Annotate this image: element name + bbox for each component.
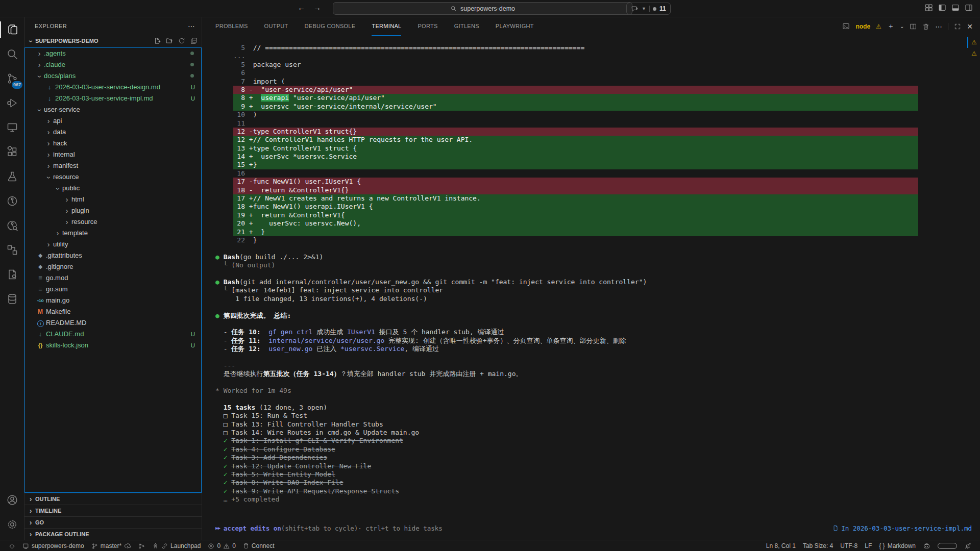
panel-tab-terminal[interactable]: TERMINAL — [372, 17, 401, 36]
grid-layout-icon[interactable] — [925, 4, 933, 12]
tree-item[interactable]: ›resource — [25, 216, 201, 228]
terminal-line: □ Task 13: Fill Controller Handler Stubs — [202, 420, 967, 429]
panel-tab-output[interactable]: OUTPUT — [264, 17, 288, 36]
toggle-panel-icon[interactable] — [951, 4, 960, 12]
tree-item-label: internal — [53, 149, 75, 160]
active-terminal-name[interactable]: node — [855, 23, 870, 30]
panel-tab-debug-console[interactable]: DEBUG CONSOLE — [305, 17, 356, 36]
panel-tab-ports[interactable]: PORTS — [418, 17, 437, 36]
tree-item[interactable]: ↓CLAUDE.mdU — [25, 329, 201, 340]
gitlens-icon[interactable] — [0, 189, 24, 213]
tree-item[interactable]: ›public — [25, 183, 201, 194]
extensions-icon[interactable] — [0, 140, 24, 164]
tree-item[interactable]: ◆.gitignore — [25, 261, 201, 272]
collapse-all-icon[interactable] — [190, 37, 198, 44]
tree-item[interactable]: ◆.gitattributes — [25, 250, 201, 261]
tree-item[interactable]: ›data — [25, 127, 201, 138]
search-icon[interactable] — [0, 42, 24, 66]
tree-item[interactable]: ›manifest — [25, 160, 201, 171]
sidebar-section-package-outline[interactable]: ›PACKAGE OUTLINE — [24, 528, 202, 540]
active-file-ref[interactable]: In 2026-03-03-user-service-impl.md — [832, 524, 972, 532]
toggle-sidebar-icon[interactable] — [938, 4, 946, 12]
terminal-tabs-strip[interactable]: ⚠⚠ — [967, 37, 980, 59]
run-debug-icon[interactable] — [0, 91, 24, 115]
indentation[interactable]: Tab Size: 4 — [799, 540, 837, 551]
panel-tab-playwright[interactable]: PLAYWRIGHT — [496, 17, 534, 36]
terminal-dropdown-icon[interactable]: ⌄ — [900, 23, 904, 29]
tree-item[interactable]: iREADME.MD — [25, 317, 201, 329]
tree-item[interactable]: ›plugin — [25, 205, 201, 216]
notifications-button[interactable] — [961, 540, 975, 551]
remote-monitor-icon[interactable] — [0, 115, 24, 140]
forward-icon[interactable]: → — [313, 3, 321, 12]
source-control-icon[interactable]: 967 — [0, 66, 24, 91]
explorer-more-icon[interactable]: ⋯ — [188, 22, 195, 30]
tree-item[interactable]: ›.agents — [25, 48, 201, 59]
connect-button[interactable]: Connect — [239, 540, 278, 551]
cursor-position[interactable]: Ln 8, Col 1 — [763, 540, 799, 551]
language-mode[interactable]: { }Markdown — [875, 540, 919, 551]
tree-item[interactable]: ›docs/plans — [25, 70, 201, 82]
sidebar-section-timeline[interactable]: ›TIMELINE — [24, 505, 202, 516]
hierarchy-icon[interactable] — [0, 238, 24, 262]
new-folder-icon[interactable] — [166, 37, 173, 44]
refresh-icon[interactable] — [178, 37, 185, 44]
back-icon[interactable]: ← — [298, 3, 305, 12]
terminal-line: 10 ) — [202, 111, 967, 119]
tree-item[interactable]: ↓2026-03-03-user-service-design.mdU — [25, 82, 201, 93]
encoding[interactable]: UTF-8 — [837, 540, 861, 551]
copilot-pill[interactable]: ▼ 11 — [626, 3, 671, 15]
settings-gear-icon[interactable] — [0, 512, 24, 537]
chevron-down-icon[interactable]: ▼ — [642, 6, 646, 11]
remote-session-pill[interactable] — [934, 540, 961, 551]
terminal-tab-warning-icon[interactable]: ⚠ — [967, 37, 980, 48]
tree-item-label: api — [53, 115, 62, 127]
sidebar-section-outline[interactable]: ›OUTLINE — [24, 493, 202, 505]
gitlens-inspect-icon[interactable] — [0, 213, 24, 238]
new-file-icon[interactable] — [154, 37, 161, 44]
tree-item[interactable]: ›user-service — [25, 104, 201, 115]
git-graph-button[interactable] — [135, 540, 149, 551]
tree-item[interactable]: ›.claude — [25, 59, 201, 70]
tree-item[interactable]: ≡go.sum — [25, 284, 201, 295]
tree-item[interactable]: -comain.go — [25, 295, 201, 306]
explorer-icon[interactable] — [0, 17, 24, 42]
tree-item[interactable]: ≡go.mod — [25, 272, 201, 284]
launchpad-button[interactable]: Launchpad — [149, 540, 204, 551]
eol-sequence[interactable]: LF — [861, 540, 875, 551]
workspace-section-header[interactable]: › SUPERPOWERS-DEMO — [24, 35, 202, 47]
problems-status[interactable]: 0 0 — [204, 540, 239, 551]
project-settings-icon[interactable] — [0, 262, 24, 287]
tree-item[interactable]: ›utility — [25, 239, 201, 250]
split-terminal-icon[interactable] — [910, 23, 917, 30]
new-terminal-icon[interactable]: ＋ — [887, 22, 894, 31]
testing-flask-icon[interactable] — [0, 164, 24, 189]
account-icon[interactable] — [0, 488, 24, 512]
panel-tab-problems[interactable]: PROBLEMS — [215, 17, 248, 36]
close-panel-icon[interactable]: ✕ — [967, 22, 973, 31]
terminal-line: ● Bash(git add internal/controller/user/… — [202, 278, 967, 286]
more-actions-icon[interactable]: ⋯ — [935, 22, 942, 31]
tree-item[interactable]: {}skills-lock.jsonU — [25, 340, 201, 351]
copilot-status[interactable] — [919, 540, 934, 551]
command-center[interactable]: superpowers-demo — [333, 2, 632, 15]
remote-indicator[interactable] — [5, 540, 19, 551]
tree-item[interactable]: MMakefile — [25, 306, 201, 317]
tree-item[interactable]: ›hack — [25, 138, 201, 149]
tree-item[interactable]: ›html — [25, 194, 201, 205]
workspace-status[interactable]: superpowers-demo — [19, 540, 88, 551]
git-branch-status[interactable]: master* — [88, 540, 135, 551]
kill-terminal-trash-icon[interactable] — [922, 23, 929, 30]
tree-item[interactable]: ›resource — [25, 171, 201, 183]
toggle-secondary-sidebar-icon[interactable] — [965, 4, 973, 12]
database-icon[interactable] — [0, 287, 24, 311]
tree-item[interactable]: ›internal — [25, 149, 201, 160]
sidebar-section-go[interactable]: ›GO — [24, 516, 202, 528]
maximize-panel-icon[interactable] — [954, 23, 961, 30]
tree-item[interactable]: ›template — [25, 228, 201, 239]
panel-tab-gitlens[interactable]: GITLENS — [454, 17, 479, 36]
tree-item[interactable]: ›api — [25, 115, 201, 127]
terminal-output[interactable]: 5 // ===================================… — [202, 35, 967, 509]
terminal-tab-warning-icon[interactable]: ⚠ — [967, 48, 980, 59]
tree-item[interactable]: ↓2026-03-03-user-service-impl.mdU — [25, 93, 201, 104]
